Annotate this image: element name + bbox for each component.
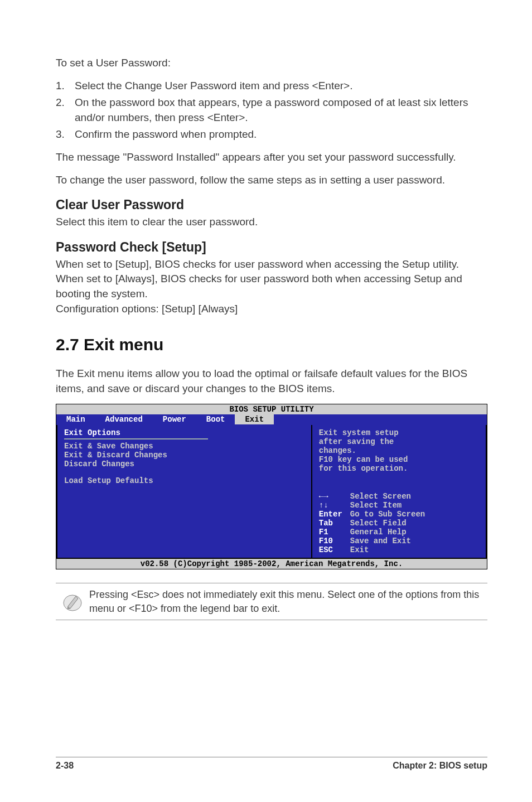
key-row: EnterGo to Sub Screen [319, 510, 479, 519]
key-row: ESCExit [319, 545, 479, 554]
key-action: Select Field [350, 519, 479, 528]
steps-list: 1. Select the Change User Password item … [56, 79, 487, 142]
list-item: 3. Confirm the password when prompted. [56, 127, 487, 142]
section-heading-clear: Clear User Password [56, 197, 487, 212]
key-row: TabSelect Field [319, 519, 479, 528]
bios-help-text: Exit system setup after saving the chang… [319, 428, 479, 473]
section-heading-exit-menu: 2.7 Exit menu [56, 335, 487, 354]
help-line: Exit system setup [319, 428, 479, 437]
key-name: F1 [319, 528, 350, 537]
intro-text: To set a User Password: [56, 56, 487, 71]
page-number: 2-38 [56, 761, 74, 771]
key-action: General Help [350, 528, 479, 537]
pencil-icon [56, 591, 89, 613]
key-row: F1General Help [319, 528, 479, 537]
help-line: for this operation. [319, 464, 479, 473]
exit-options-header: Exit Options [64, 428, 304, 437]
spacer [64, 468, 304, 476]
exit-discard-changes[interactable]: Exit & Discard Changes [64, 451, 304, 460]
key-action: Select Item [350, 501, 479, 510]
list-text: Select the Change User Password item and… [75, 79, 487, 94]
bios-tab-boot[interactable]: Boot [196, 414, 235, 424]
list-number: 1. [56, 79, 75, 94]
key-name: ←→ [319, 492, 350, 501]
bios-tab-power[interactable]: Power [153, 414, 196, 424]
body-text: Select this item to clear the user passw… [56, 215, 487, 230]
bios-tab-advanced[interactable]: Advanced [95, 414, 153, 424]
list-number: 2. [56, 95, 75, 125]
key-action: Select Screen [350, 492, 479, 501]
discard-changes[interactable]: Discard Changes [64, 460, 304, 468]
list-item: 1. Select the Change User Password item … [56, 79, 487, 94]
key-name: F10 [319, 537, 350, 545]
exit-save-changes[interactable]: Exit & Save Changes [64, 442, 304, 451]
body-text: When set to [Setup], BIOS checks for use… [56, 257, 487, 302]
list-text: Confirm the password when prompted. [75, 127, 487, 142]
list-text: On the password box that appears, type a… [75, 95, 487, 125]
key-action: Go to Sub Screen [350, 510, 479, 519]
key-row: ↑↓Select Item [319, 501, 479, 510]
list-item: 2. On the password box that appears, typ… [56, 95, 487, 125]
section-heading-password-check: Password Check [Setup] [56, 240, 487, 255]
bios-key-legend: ←→Select Screen ↑↓Select Item EnterGo to… [319, 492, 479, 554]
body-text: The Exit menu items allow you to load th… [56, 366, 487, 396]
note-callout: Pressing <Esc> does not immediately exit… [56, 583, 487, 620]
bios-title: BIOS SETUP UTILITY [56, 404, 487, 414]
list-number: 3. [56, 127, 75, 142]
bios-tab-main[interactable]: Main [56, 414, 95, 424]
key-action: Exit [350, 545, 479, 554]
key-name: ↑↓ [319, 501, 350, 510]
key-action: Save and Exit [350, 537, 479, 545]
load-setup-defaults[interactable]: Load Setup Defaults [64, 476, 304, 485]
help-line: after saving the [319, 437, 479, 446]
bios-setup-utility: BIOS SETUP UTILITY Main Advanced Power B… [56, 404, 487, 569]
body-text: The message "Password Installed" appears… [56, 150, 487, 165]
help-line: changes. [319, 446, 479, 455]
bios-right-panel: Exit system setup after saving the chang… [312, 425, 487, 559]
note-text: Pressing <Esc> does not immediately exit… [89, 588, 487, 615]
key-name: Tab [319, 519, 350, 528]
chapter-label: Chapter 2: BIOS setup [393, 761, 487, 771]
bios-menu-bar: Main Advanced Power Boot Exit [56, 414, 487, 425]
page-footer: 2-38 Chapter 2: BIOS setup [56, 757, 487, 771]
body-text: Configuration options: [Setup] [Always] [56, 302, 487, 317]
help-line: F10 key can be used [319, 455, 479, 464]
bios-copyright: v02.58 (C)Copyright 1985-2002, American … [56, 559, 487, 569]
key-row: ←→Select Screen [319, 492, 479, 501]
key-name: Enter [319, 510, 350, 519]
separator [64, 438, 208, 439]
body-text: To change the user password, follow the … [56, 173, 487, 188]
key-name: ESC [319, 545, 350, 554]
bios-tab-exit[interactable]: Exit [235, 414, 274, 424]
key-row: F10Save and Exit [319, 537, 479, 545]
bios-left-panel: Exit Options Exit & Save Changes Exit & … [56, 425, 312, 559]
